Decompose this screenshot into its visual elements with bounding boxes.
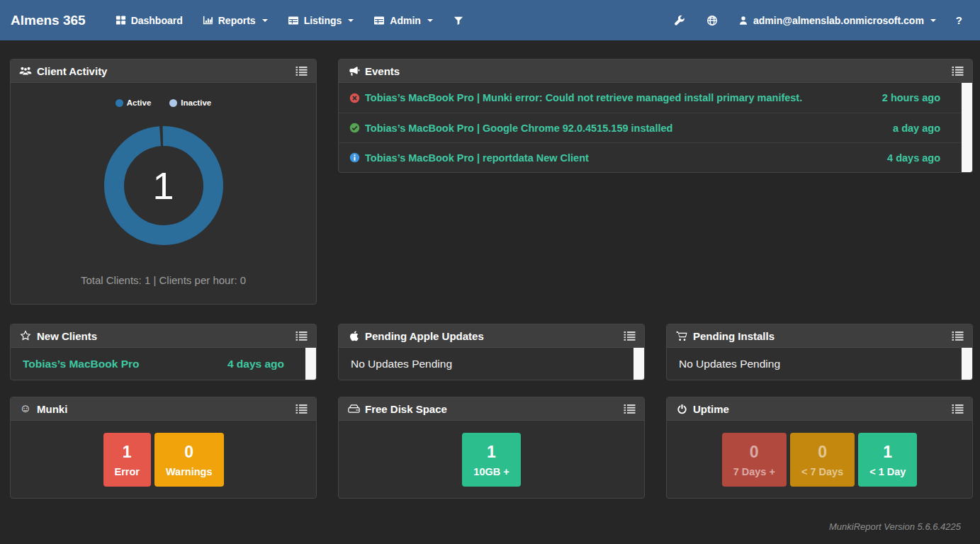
chevron-down-icon (427, 19, 433, 22)
pending-apple-updates-list: No Updates Pending (339, 348, 644, 380)
empty-state-row: No Updates Pending (339, 348, 644, 380)
panel-title: Free Disk Space (365, 403, 447, 415)
error-circle-icon (349, 93, 360, 103)
panel-menu-button[interactable] (952, 66, 964, 76)
client-activity-donut-chart: 1 (103, 125, 224, 246)
table-icon (373, 15, 385, 26)
legend-item-inactive[interactable]: Inactive (169, 98, 211, 107)
nav-item-listings[interactable]: Listings (278, 0, 364, 40)
scrollbar-thumb[interactable] (962, 348, 972, 380)
stat-label: Error (115, 466, 140, 477)
munki-stats: 1 Error 0 Warnings (11, 421, 316, 498)
uptime-7days-plus-stat[interactable]: 0 7 Days + (722, 433, 787, 487)
event-link[interactable]: Tobias’s MacBook Pro | Google Chrome 92.… (365, 123, 672, 134)
event-link[interactable]: Tobias’s MacBook Pro | reportdata New Cl… (365, 152, 589, 164)
globe-icon (706, 15, 718, 26)
uptime-under-1day-stat[interactable]: 1 < 1 Day (858, 433, 917, 487)
stat-value: 0 (818, 443, 827, 463)
empty-state-text: No Updates Pending (679, 358, 780, 370)
bar-chart-icon (203, 15, 213, 26)
filter-icon (454, 16, 463, 26)
donut-center-value: 1 (103, 125, 224, 246)
filter-button[interactable] (443, 0, 474, 40)
scrollbar-thumb[interactable] (305, 348, 316, 380)
munki-header: ☺ Munki (11, 397, 316, 421)
legend-label: Active (127, 98, 152, 107)
scrollbar-thumb[interactable] (633, 348, 644, 380)
event-timestamp: 4 days ago (873, 152, 940, 164)
nav-item-label: Listings (304, 15, 342, 26)
client-timestamp: 4 days ago (227, 358, 284, 370)
legend-dot (169, 99, 177, 107)
new-clients-header: New Clients (11, 324, 316, 348)
panel-menu-button[interactable] (295, 404, 308, 414)
event-link[interactable]: Tobias’s MacBook Pro | Munki error: Coul… (365, 92, 802, 103)
client-activity-panel: Client Activity Active Inactive (10, 59, 317, 305)
event-row: Tobias’s MacBook Pro | Google Chrome 92.… (339, 113, 972, 142)
version-footer: MunkiReport Version 5.6.6.4225 (10, 521, 961, 532)
panel-title: Client Activity (37, 65, 107, 77)
panel-title: Munki (37, 403, 67, 415)
panel-menu-button[interactable] (952, 331, 964, 341)
scrollbar-thumb[interactable] (962, 83, 972, 172)
users-icon (19, 66, 32, 76)
dashboard-icon (116, 15, 126, 26)
smiley-icon: ☺ (19, 403, 32, 414)
disk-stats: 1 10GB + (339, 421, 644, 498)
language-globe-button[interactable] (696, 0, 728, 40)
pending-installs-list: No Updates Pending (667, 348, 972, 380)
table-icon (288, 15, 299, 26)
hdd-icon (347, 404, 360, 414)
legend-item-active[interactable]: Active (116, 98, 152, 107)
new-client-row: Tobias’s MacBook Pro 4 days ago (11, 348, 316, 380)
stat-label: 10GB + (473, 466, 509, 477)
nav-item-label: Reports (218, 15, 256, 26)
event-row: Tobias’s MacBook Pro | reportdata New Cl… (339, 142, 972, 172)
power-icon (675, 404, 688, 414)
bullhorn-icon (347, 66, 360, 76)
disk-10gb-stat[interactable]: 1 10GB + (462, 433, 520, 487)
chevron-down-icon (348, 19, 354, 22)
munki-error-stat[interactable]: 1 Error (103, 433, 151, 487)
munki-panel: ☺ Munki 1 Error 0 Warnings (10, 397, 317, 499)
stat-label: Warnings (166, 466, 213, 477)
panel-menu-button[interactable] (295, 331, 308, 341)
stat-value: 0 (750, 443, 759, 463)
nav-item-reports[interactable]: Reports (193, 0, 278, 40)
nav-item-admin[interactable]: Admin (364, 0, 443, 40)
panel-menu-button[interactable] (624, 331, 636, 341)
pending-apple-updates-header: Pending Apple Updates (339, 324, 644, 348)
nav-item-label: Dashboard (131, 15, 183, 26)
panel-menu-button[interactable] (952, 404, 964, 414)
help-button[interactable]: ? (946, 14, 969, 26)
uptime-header: Uptime (667, 397, 972, 421)
events-panel: Events Tobias’s MacBook Pro | Munki erro… (338, 59, 973, 173)
client-link[interactable]: Tobias’s MacBook Pro (23, 358, 140, 370)
panel-menu-button[interactable] (295, 66, 308, 76)
panel-title: Pending Apple Updates (365, 330, 484, 342)
stat-value: 1 (123, 443, 132, 463)
new-clients-list: Tobias’s MacBook Pro 4 days ago (11, 348, 316, 380)
stat-label: < 7 Days (801, 466, 843, 477)
empty-state-row: No Updates Pending (667, 348, 972, 380)
check-circle-icon (349, 123, 360, 133)
user-menu[interactable]: admin@almenslab.onmicrosoft.com (728, 0, 946, 40)
legend-label: Inactive (181, 98, 211, 107)
pending-installs-header: Pending Installs (667, 324, 972, 348)
pending-apple-updates-panel: Pending Apple Updates No Updates Pending (338, 324, 645, 380)
user-email-label: admin@almenslab.onmicrosoft.com (753, 15, 924, 26)
nav-item-dashboard[interactable]: Dashboard (106, 0, 193, 40)
uptime-under-7days-stat[interactable]: 0 < 7 Days (790, 433, 855, 487)
panel-title: Pending Installs (693, 330, 775, 342)
free-disk-space-panel: Free Disk Space 1 10GB + (338, 397, 645, 499)
nav-item-label: Admin (390, 15, 421, 26)
wrench-icon (674, 15, 685, 26)
free-disk-space-header: Free Disk Space (339, 397, 644, 421)
brand-logo[interactable]: Almens 365 (11, 13, 86, 28)
uptime-panel: Uptime 0 7 Days + 0 < 7 Days 1 < 1 Day (666, 397, 973, 499)
panel-menu-button[interactable] (624, 404, 636, 414)
munki-warnings-stat[interactable]: 0 Warnings (154, 433, 224, 487)
settings-wrench-button[interactable] (663, 0, 696, 40)
client-activity-header: Client Activity (11, 60, 316, 83)
event-timestamp: a day ago (879, 123, 940, 134)
